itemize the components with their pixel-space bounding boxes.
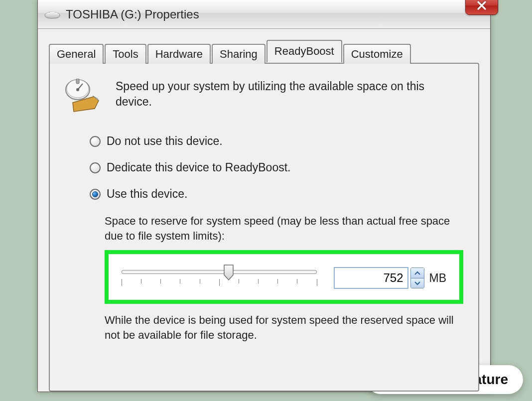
tab-readyboost[interactable]: ReadyBoost [266,40,342,63]
intro-text: Speed up your system by utilizing the av… [116,79,463,110]
chevron-up-icon [414,271,420,275]
radio-icon [90,136,101,147]
radio-label: Do not use this device. [107,134,223,148]
footer-text: While the device is being used for syste… [105,313,463,342]
space-input[interactable] [334,267,408,289]
window-title: TOSHIBA (G:) Properties [66,7,199,21]
radio-use-device[interactable]: Use this device. [90,187,463,201]
svg-rect-2 [76,79,79,84]
chevron-down-icon [414,281,420,285]
slider-highlight-box: MB [105,250,463,304]
tab-tools[interactable]: Tools [105,44,146,64]
space-spinner: MB [334,267,447,289]
radio-group: Do not use this device. Dedicate this de… [90,134,463,201]
space-unit: MB [429,271,447,285]
titlebar[interactable]: TOSHIBA (G:) Properties [38,0,490,29]
close-icon [476,0,487,11]
tab-customize[interactable]: Customize [343,44,411,64]
slider-track [122,270,317,274]
spin-down-button[interactable] [411,278,424,288]
spin-up-button[interactable] [411,268,424,278]
radio-label: Use this device. [107,187,187,201]
readyboost-icon [63,79,105,114]
slider-thumb[interactable] [223,264,234,281]
slider-ticks [122,279,317,286]
drive-icon [45,9,60,20]
radio-do-not-use[interactable]: Do not use this device. [90,134,463,148]
space-slider[interactable] [122,265,317,291]
tab-sharing[interactable]: Sharing [212,44,266,64]
radio-icon [90,189,101,200]
tab-hardware[interactable]: Hardware [147,44,211,64]
close-button[interactable] [465,0,498,15]
radio-dedicate[interactable]: Dedicate this device to ReadyBoost. [90,161,463,174]
radio-icon [90,162,101,173]
tab-strip: General Tools Hardware Sharing ReadyBoos… [49,40,479,63]
reserve-label: Space to reserve for system speed (may b… [105,214,463,243]
tab-panel-readyboost: Speed up your system by utilizing the av… [49,63,479,392]
radio-label: Dedicate this device to ReadyBoost. [107,161,290,174]
tab-general[interactable]: General [49,44,104,64]
client-area: General Tools Hardware Sharing ReadyBoos… [38,29,490,392]
properties-dialog: TOSHIBA (G:) Properties General Tools Ha… [37,0,491,392]
